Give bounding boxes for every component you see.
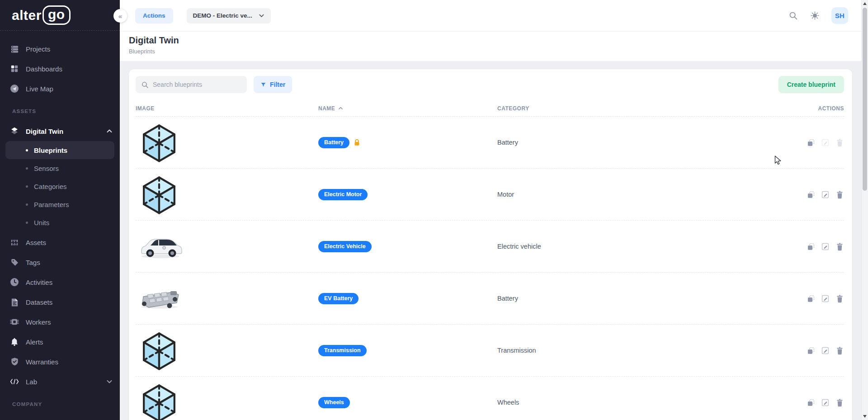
vertical-scrollbar[interactable] [861,0,868,420]
blueprint-name-badge[interactable]: Wheels [318,397,350,408]
sidebar-item-label: Activities [26,278,52,286]
duplicate-button[interactable] [807,294,815,303]
sidebar-item-label: Lab [26,378,37,386]
actions-button-label: Actions [143,12,165,19]
page-title: Digital Twin [129,35,868,46]
delete-button [835,138,844,147]
bullet-icon [26,203,28,206]
bullet-icon [26,167,28,170]
delete-button[interactable] [835,398,844,407]
edit-icon [821,346,830,355]
sidebar-item-warranties[interactable]: Warranties [0,352,120,372]
alerts-icon [10,337,19,346]
sort-asc-icon [338,106,343,111]
workers-icon [10,317,19,326]
sidebar-item-live-map[interactable]: Live Map [0,79,120,99]
user-avatar[interactable]: SH [831,7,848,24]
edit-icon [821,398,830,407]
card-toolbar: Filter Create blueprint [136,76,844,93]
sidebar-item-tags[interactable]: Tags [0,252,120,272]
blueprint-name-badge[interactable]: Transmission [318,345,367,356]
sidebar-item-units[interactable]: Units [5,213,114,231]
sidebar-item-label: Sensors [34,165,59,172]
trash-icon [836,190,844,199]
blueprint-name-badge[interactable]: Battery [318,137,349,148]
blueprint-name-cell: EV Battery [318,293,497,304]
sidebar-item-blueprints[interactable]: Blueprints [5,141,114,159]
search-blueprints-input[interactable] [153,81,241,88]
electric-car-photo [138,233,183,260]
blueprint-image-cell [136,173,318,216]
duplicate-icon [807,398,815,407]
delete-button[interactable] [835,242,844,251]
edit-button[interactable] [821,398,830,407]
filter-button-label: Filter [270,81,285,88]
search-icon[interactable] [788,11,798,21]
sidebar-item-dashboards[interactable]: Dashboards [0,59,120,79]
tags-icon [10,258,19,267]
cube-blueprint-image [138,381,180,420]
digital-twin-sub-list: BlueprintsSensorsCategoriesParametersUni… [0,141,120,231]
sidebar-item-lab[interactable]: Lab [0,372,120,392]
lock-icon [354,139,360,146]
duplicate-button[interactable] [807,346,815,355]
column-header-image[interactable]: IMAGE [136,105,318,112]
actions-button[interactable]: Actions [135,8,173,24]
create-blueprint-button[interactable]: Create blueprint [778,76,844,93]
table-row: Electric MotorMotor [136,169,844,221]
column-header-name[interactable]: NAME [318,105,497,112]
sidebar-item-activities[interactable]: Activities [0,272,120,292]
scrollbar-thumb[interactable] [863,8,867,191]
row-actions [790,190,844,199]
table-row: TransmissionTransmission [136,325,844,377]
filter-button[interactable]: Filter [254,76,292,93]
blueprint-name-cell: Battery [318,137,497,148]
blueprint-category-cell: Battery [497,295,790,302]
blueprint-name-badge[interactable]: Electric Vehicle [318,241,372,252]
theme-toggle-sun-icon[interactable] [810,11,820,21]
sidebar-collapse-button[interactable]: « [113,9,127,23]
scroll-down-arrow-icon[interactable] [863,415,867,418]
scroll-up-arrow-icon[interactable] [863,2,867,5]
column-header-category[interactable]: CATEGORY [497,105,790,112]
sidebar-item-label: Datasets [26,298,52,306]
sidebar-item-alerts[interactable]: Alerts [0,332,120,352]
duplicate-button[interactable] [807,242,815,251]
altergo-logo: altergo [12,5,71,25]
edit-button[interactable] [821,190,830,199]
assets-icon [10,238,19,247]
blueprint-image-cell [136,121,318,164]
bullet-icon [26,222,28,224]
sidebar-item-parameters[interactable]: Parameters [5,195,114,213]
delete-button[interactable] [835,346,844,355]
sidebar-item-label: Categories [34,183,67,190]
edit-button[interactable] [821,294,830,303]
edit-button[interactable] [821,346,830,355]
row-actions [790,138,844,147]
table-row: WheelsWheels [136,377,844,420]
sidebar-item-projects[interactable]: Projects [0,39,120,59]
duplicate-button[interactable] [807,138,815,147]
edit-button[interactable] [821,242,830,251]
sidebar-item-sensors[interactable]: Sensors [5,159,114,177]
dashboards-icon [10,64,19,73]
sidebar-item-datasets[interactable]: Datasets [0,292,120,312]
blueprint-name-badge[interactable]: Electric Motor [318,189,368,200]
edit-icon [821,138,830,147]
delete-button[interactable] [835,190,844,199]
delete-button[interactable] [835,294,844,303]
sidebar-item-workers[interactable]: Workers [0,312,120,332]
sidebar-item-categories[interactable]: Categories [5,177,114,195]
edit-icon [821,294,830,303]
sidebar-item-assets[interactable]: Assets [0,232,120,252]
duplicate-button[interactable] [807,190,815,199]
chevron-down-icon [259,13,264,19]
blueprint-name-badge[interactable]: EV Battery [318,293,359,304]
search-icon [141,81,149,89]
duplicate-button[interactable] [807,398,815,407]
project-selector-dropdown[interactable]: DEMO - Electric ve... [187,8,271,24]
page-header: Digital Twin Blueprints [120,32,868,61]
sidebar-item-digital-twin[interactable]: Digital Twin [0,121,120,141]
blueprints-card: Filter Create blueprint IMAGE NAME CAT [129,69,852,420]
bullet-icon [26,149,28,151]
